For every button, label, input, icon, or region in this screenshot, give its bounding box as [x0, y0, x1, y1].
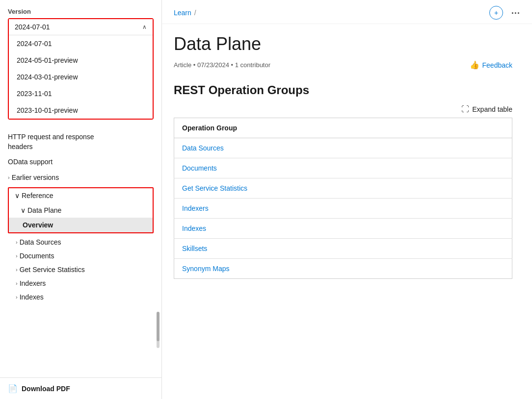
nav-child-indexes-label: Indexes — [20, 293, 44, 301]
nav-item-http-headers[interactable]: HTTP request and responseheaders — [0, 129, 161, 154]
article-meta: Article • 07/23/2024 • 1 contributor 👍 F… — [174, 60, 512, 70]
section-title: REST Operation Groups — [174, 83, 512, 97]
table-header-operation-group: Operation Group — [174, 118, 512, 138]
table-row: Data Sources — [174, 138, 512, 158]
table-link-synonym-maps[interactable]: Synonym Maps — [182, 265, 229, 273]
table-row: Skillsets — [174, 239, 512, 259]
version-option-2[interactable]: 2024-05-01-preview — [9, 52, 153, 69]
table-row: Synonym Maps — [174, 259, 512, 279]
nav-child-indexers-label: Indexers — [20, 279, 46, 287]
nav-list: HTTP request and responseheaders OData s… — [0, 125, 161, 377]
page-title: Data Plane — [174, 34, 512, 54]
nav-child-indexes[interactable]: › Indexes — [0, 290, 161, 304]
nav-item-odata-label: OData support — [8, 157, 53, 167]
download-pdf-icon: 📄 — [8, 384, 18, 393]
breadcrumb-learn-link[interactable]: Learn — [174, 9, 191, 17]
nav-child-indexers[interactable]: › Indexers — [0, 276, 161, 290]
topbar: Learn / + ⋯ — [162, 0, 532, 24]
reference-chevron-icon: ∨ — [15, 192, 20, 200]
version-selected-display[interactable]: 2024-07-01 ∧ — [9, 19, 153, 35]
expand-icon: ⛶ — [461, 105, 469, 114]
article-meta-dot2: • — [229, 61, 235, 69]
article-label: Article — [174, 61, 191, 69]
data-plane-label: Data Plane — [27, 206, 61, 214]
add-icon-button[interactable]: + — [489, 6, 503, 20]
version-chevron-icon: ∧ — [142, 24, 147, 30]
article-date: 07/23/2024 — [197, 61, 229, 69]
download-pdf-label: Download PDF — [22, 385, 70, 393]
nav-child-documents[interactable]: › Documents — [0, 249, 161, 263]
table-row: Documents — [174, 158, 512, 178]
overview-nav-item[interactable]: Overview — [9, 218, 153, 232]
table-link-get-service-statistics[interactable]: Get Service Statistics — [182, 184, 247, 192]
more-options-button[interactable]: ⋯ — [511, 7, 520, 18]
article-meta-dot1: • — [191, 61, 197, 69]
table-row: Get Service Statistics — [174, 178, 512, 199]
version-option-3[interactable]: 2024-03-01-preview — [9, 69, 153, 85]
version-dropdown[interactable]: 2024-07-01 ∧ 2024-07-01 2024-05-01-previ… — [8, 18, 154, 120]
table-link-indexers[interactable]: Indexers — [182, 204, 209, 212]
table-row: Indexes — [174, 219, 512, 239]
article-contributors: 1 contributor — [235, 61, 270, 69]
nav-item-odata[interactable]: OData support — [0, 154, 161, 170]
scrollbar-thumb — [157, 312, 160, 341]
version-option-1[interactable]: 2024-07-01 — [9, 35, 153, 52]
download-pdf-button[interactable]: 📄 Download PDF — [0, 377, 161, 399]
table-link-data-sources[interactable]: Data Sources — [182, 144, 224, 152]
overview-label: Overview — [23, 221, 53, 229]
article-meta-left: Article • 07/23/2024 • 1 contributor — [174, 61, 270, 69]
version-label: Version — [0, 8, 161, 18]
topbar-actions: + ⋯ — [489, 6, 520, 20]
version-option-5[interactable]: 2023-10-01-preview — [9, 102, 153, 119]
table-row: Indexers — [174, 199, 512, 219]
table-link-skillsets[interactable]: Skillsets — [182, 245, 207, 252]
operation-groups-table: Operation Group Data Sources Documents G… — [174, 118, 512, 279]
data-plane-chevron-icon: ∨ — [21, 206, 26, 214]
nav-child-get-service-stats-label: Get Service Statistics — [20, 266, 85, 274]
reference-section: ∨ Reference ∨ Data Plane Overview — [8, 187, 154, 233]
indexers-chevron-icon: › — [16, 280, 18, 286]
nav-item-http-headers-label: HTTP request and responseheaders — [8, 132, 94, 151]
expand-table-label: Expand table — [472, 105, 512, 113]
feedback-label: Feedback — [482, 61, 512, 69]
article-content: Data Plane Article • 07/23/2024 • 1 cont… — [162, 24, 532, 299]
reference-section-item[interactable]: ∨ Reference — [9, 188, 153, 203]
earlier-versions-chevron-icon: › — [8, 174, 10, 181]
nav-child-get-service-stats[interactable]: › Get Service Statistics — [0, 263, 161, 276]
nav-item-earlier-versions[interactable]: › Earlier versions — [0, 170, 161, 186]
version-current-value: 2024-07-01 — [15, 23, 50, 31]
breadcrumb: Learn / — [174, 9, 196, 17]
data-plane-section-item[interactable]: ∨ Data Plane — [9, 203, 153, 218]
table-controls: ⛶ Expand table — [174, 105, 512, 114]
expand-table-button[interactable]: ⛶ Expand table — [461, 105, 512, 114]
plus-icon: + — [494, 9, 498, 17]
get-service-stats-chevron-icon: › — [16, 267, 18, 273]
sidebar: Version 2024-07-01 ∧ 2024-07-01 2024-05-… — [0, 0, 162, 399]
scrollbar-thumb-bottom — [157, 338, 160, 348]
nav-child-data-sources-label: Data Sources — [20, 238, 61, 246]
indexes-chevron-icon: › — [16, 294, 18, 300]
nav-item-earlier-versions-label: Earlier versions — [12, 173, 59, 183]
reference-label: Reference — [22, 192, 53, 200]
documents-chevron-icon: › — [16, 253, 18, 259]
version-option-4[interactable]: 2023-11-01 — [9, 85, 153, 102]
table-link-documents[interactable]: Documents — [182, 164, 217, 172]
thumbs-up-icon: 👍 — [470, 60, 479, 70]
table-link-indexes[interactable]: Indexes — [182, 224, 206, 232]
version-options-list: 2024-07-01 2024-05-01-preview 2024-03-01… — [9, 35, 153, 119]
feedback-button[interactable]: 👍 Feedback — [470, 60, 512, 70]
breadcrumb-separator: / — [194, 9, 196, 17]
data-sources-chevron-icon: › — [16, 239, 18, 245]
nav-child-documents-label: Documents — [20, 252, 54, 260]
nav-child-data-sources[interactable]: › Data Sources — [0, 235, 161, 249]
main-content: Learn / + ⋯ Data Plane Article • 07/23/2… — [162, 0, 532, 399]
